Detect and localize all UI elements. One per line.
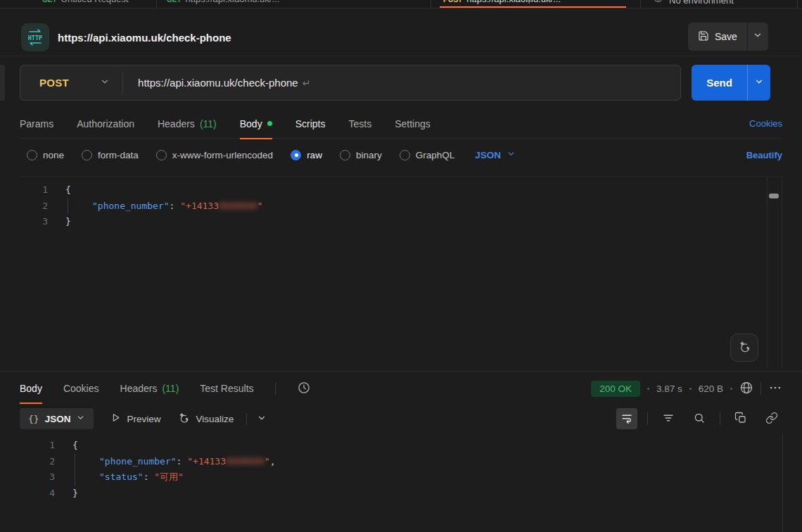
response-tab-cookies[interactable]: Cookies [63, 374, 99, 403]
code-line: 2"phone_number": "+141330000000" [20, 198, 782, 215]
response-body-editor[interactable]: 1{ 2"phone_number": "+141330000000", 3"s… [20, 433, 783, 532]
tab-label: https://api.xiaomu.uk/... [466, 0, 561, 4]
active-tab-underline [440, 6, 626, 8]
active-tab-underline [20, 403, 42, 404]
request-tab-1[interactable]: GETUntitled Request [42, 0, 129, 4]
radio-form-data[interactable]: form-data [82, 150, 139, 160]
radio-label: form-data [98, 150, 139, 160]
indent [72, 469, 99, 486]
save-label: Save [715, 31, 737, 42]
dot-separator [730, 388, 732, 390]
send-button-group: Send [692, 65, 770, 101]
scrollbar-track[interactable] [767, 177, 782, 367]
divider [760, 382, 761, 395]
eye-icon [653, 0, 663, 6]
more-options-icon[interactable] [768, 381, 782, 397]
send-options-button[interactable] [747, 65, 770, 101]
request-tab-3-active[interactable]: POSThttps://api.xiaomu.uk/... [443, 0, 561, 4]
environment-label: No environment [669, 0, 734, 6]
request-tab-2[interactable]: GEThttps://api.xiaomu.uk/... [167, 0, 279, 4]
line-number: 3 [20, 469, 72, 486]
tab-headers[interactable]: Headers(11) [158, 109, 217, 139]
code-token-key: "status" [99, 469, 144, 486]
body-type-options: none form-data x-www-form-urlencoded raw… [27, 143, 782, 167]
app-window: GETUntitled Request GEThttps://api.xiaom… [0, 0, 802, 532]
modified-dot-icon [267, 121, 272, 126]
visualize-button[interactable]: Visualize [177, 412, 234, 426]
play-icon [110, 412, 121, 425]
preview-button[interactable]: Preview [110, 412, 160, 425]
tab-scripts[interactable]: Scripts [295, 109, 326, 139]
floppy-disk-icon [698, 30, 709, 44]
redacted-phone-digits: 0000000 [226, 454, 265, 470]
code-line: 1{ [20, 438, 782, 454]
environment-selector[interactable]: No environment [653, 0, 734, 6]
chevron-down-icon [507, 149, 516, 160]
tab-authorization[interactable]: Authorization [77, 109, 134, 139]
radio-none[interactable]: none [27, 150, 64, 160]
search-button[interactable] [689, 408, 710, 429]
send-button[interactable]: Send [692, 65, 747, 101]
radio-graphql[interactable]: GraphQL [400, 150, 455, 160]
postbot-button[interactable] [730, 334, 758, 362]
scrollbar-thumb[interactable] [769, 194, 779, 198]
request-body-editor[interactable]: 1{ 2"phone_number": "+141330000000" 3} [20, 176, 782, 367]
save-button[interactable]: Save [688, 23, 747, 51]
globe-icon[interactable] [739, 381, 753, 397]
radio-icon [156, 150, 167, 160]
beautify-link[interactable]: Beautify [746, 150, 782, 160]
response-tab-body-active[interactable]: Body [20, 374, 42, 403]
tab-divider [156, 0, 157, 8]
radio-icon [400, 150, 410, 160]
tab-tests[interactable]: Tests [348, 109, 371, 139]
radio-x-www-form-urlencoded[interactable]: x-www-form-urlencoded [156, 150, 273, 160]
radio-icon [340, 150, 350, 160]
method-label: POST [39, 77, 69, 89]
response-tab-test-results[interactable]: Test Results [200, 374, 253, 403]
radio-raw-selected[interactable]: raw [291, 150, 322, 160]
dot-separator [689, 388, 692, 390]
status-badge[interactable]: 200 OK [591, 381, 640, 397]
language-dropdown[interactable]: JSON [475, 149, 516, 160]
tab-label: Headers [120, 383, 158, 394]
filter-button[interactable] [658, 408, 679, 429]
tab-label: https://api.xiaomu.uk/... [186, 0, 280, 4]
link-button[interactable] [761, 408, 782, 429]
response-toolbar: {} JSON Preview Visualize [20, 406, 782, 431]
response-size[interactable]: 620 B [699, 384, 723, 394]
response-toolbar-icons [616, 408, 782, 429]
code-token: : [177, 454, 188, 470]
tab-label: Headers [158, 118, 195, 129]
language-label: JSON [475, 150, 501, 160]
response-tab-headers[interactable]: Headers(11) [120, 374, 179, 403]
code-token-string: " [257, 198, 263, 215]
cookies-link[interactable]: Cookies [749, 118, 782, 129]
radio-label: raw [307, 150, 322, 160]
response-history-button[interactable] [297, 381, 311, 397]
save-options-button[interactable] [747, 23, 768, 51]
tab-divider [797, 0, 798, 8]
response-format-dropdown[interactable]: {} JSON [20, 408, 94, 429]
tab-body-active[interactable]: Body [240, 109, 272, 139]
chevron-down-icon [754, 77, 764, 89]
tab-label: Authorization [77, 118, 134, 129]
url-input[interactable]: https://api.xiaomu.uk/check-phone [123, 77, 298, 89]
tab-divider [431, 0, 431, 8]
new-tab-button[interactable]: + [526, 0, 532, 6]
headers-count: (11) [162, 383, 179, 394]
method-dropdown[interactable]: POST [20, 77, 122, 89]
enter-hint-glyph: ↵ [303, 77, 311, 89]
wrap-text-button[interactable] [616, 408, 637, 429]
copy-button[interactable] [730, 408, 751, 429]
tab-settings[interactable]: Settings [395, 109, 431, 139]
braces-icon: {} [28, 414, 39, 424]
search-icon [693, 412, 706, 426]
tab-params[interactable]: Params [20, 109, 53, 139]
code-token: , [270, 454, 276, 470]
radio-binary[interactable]: binary [340, 150, 382, 160]
toolbar-more-dropdown[interactable] [246, 413, 267, 425]
response-time[interactable]: 3.87 s [656, 384, 682, 394]
response-tabs: Body Cookies Headers(11) Test Results [20, 374, 311, 403]
radio-icon [27, 150, 37, 160]
active-tab-underline [240, 138, 272, 139]
